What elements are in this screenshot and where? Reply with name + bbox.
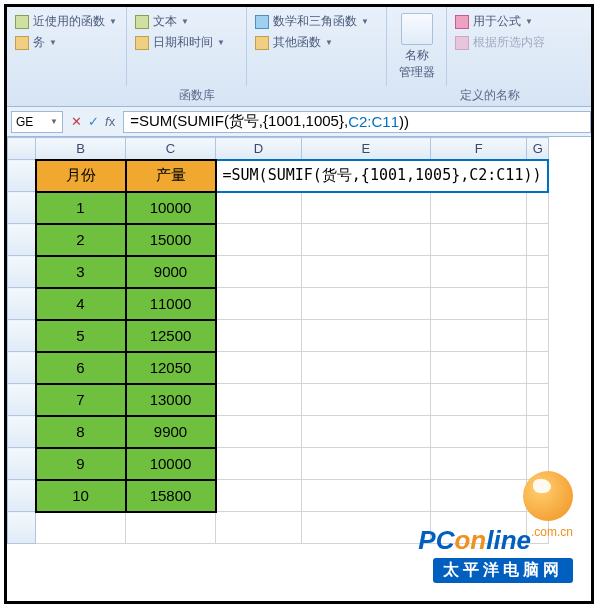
cell-E5[interactable] bbox=[301, 288, 430, 320]
cell-G2[interactable] bbox=[527, 192, 549, 224]
cell-C1[interactable]: 产量 bbox=[126, 160, 216, 192]
cell-F3[interactable] bbox=[430, 224, 527, 256]
cell-F7[interactable] bbox=[430, 352, 527, 384]
cell-B2[interactable]: 1 bbox=[36, 192, 126, 224]
cell-F6[interactable] bbox=[430, 320, 527, 352]
row-header-3[interactable] bbox=[8, 224, 36, 256]
insert-function-button[interactable]: fx bbox=[105, 114, 115, 129]
cell-F4[interactable] bbox=[430, 256, 527, 288]
row-header-2[interactable] bbox=[8, 192, 36, 224]
row-header-8[interactable] bbox=[8, 384, 36, 416]
cell-F5[interactable] bbox=[430, 288, 527, 320]
select-all-corner[interactable] bbox=[8, 138, 36, 160]
formula-bar[interactable]: =SUM(SUMIF(货号,{1001,1005},C2:C11)) bbox=[123, 111, 591, 133]
cell-E6[interactable] bbox=[301, 320, 430, 352]
ribbon-item-2[interactable]: 务▼ bbox=[15, 32, 118, 53]
cell-F2[interactable] bbox=[430, 192, 527, 224]
ribbon-create-from-selection[interactable]: 根据所选内容 bbox=[455, 32, 589, 53]
cell-C11[interactable]: 15800 bbox=[126, 480, 216, 512]
cell-D10[interactable] bbox=[216, 448, 302, 480]
cell-D4[interactable] bbox=[216, 256, 302, 288]
cell-C5[interactable]: 11000 bbox=[126, 288, 216, 320]
cell-C3[interactable]: 15000 bbox=[126, 224, 216, 256]
cell-B1[interactable]: 月份 bbox=[36, 160, 126, 192]
cell-B9[interactable]: 8 bbox=[36, 416, 126, 448]
cell-B5[interactable]: 4 bbox=[36, 288, 126, 320]
row-header-10[interactable] bbox=[8, 448, 36, 480]
column-header-F[interactable]: F bbox=[430, 138, 527, 160]
cell-E3[interactable] bbox=[301, 224, 430, 256]
cell-G5[interactable] bbox=[527, 288, 549, 320]
cell-D3[interactable] bbox=[216, 224, 302, 256]
chevron-down-icon[interactable]: ▼ bbox=[50, 117, 58, 126]
cell-E7[interactable] bbox=[301, 352, 430, 384]
name-manager-button[interactable] bbox=[401, 13, 433, 45]
cell-C8[interactable]: 13000 bbox=[126, 384, 216, 416]
cell-B4[interactable]: 3 bbox=[36, 256, 126, 288]
row-header-4[interactable] bbox=[8, 256, 36, 288]
cell-D1-active[interactable]: =SUM(SUMIF(货号,{1001,1005},C2:C11)) bbox=[216, 160, 549, 192]
cell-G6[interactable] bbox=[527, 320, 549, 352]
cell-D6[interactable] bbox=[216, 320, 302, 352]
globe-icon bbox=[523, 471, 573, 521]
cell-E10[interactable] bbox=[301, 448, 430, 480]
name-box[interactable]: GE▼ bbox=[11, 111, 63, 133]
cell-C2[interactable]: 10000 bbox=[126, 192, 216, 224]
ribbon: 近使用的函数▼ 务▼ 文本▼ 日期和时间▼ 数学和三角函数▼ 其他函数▼ 名称管… bbox=[7, 7, 591, 107]
cell-E11[interactable] bbox=[301, 480, 430, 512]
watermark-logo: PConline.com.cn 太平洋电脑网 bbox=[418, 471, 573, 583]
row-header-12[interactable] bbox=[8, 512, 36, 544]
cell-E2[interactable] bbox=[301, 192, 430, 224]
cancel-formula-button[interactable]: ✕ bbox=[71, 114, 82, 129]
cube-icon bbox=[15, 36, 29, 50]
cell-D8[interactable] bbox=[216, 384, 302, 416]
cell-G9[interactable] bbox=[527, 416, 549, 448]
ribbon-recent-functions[interactable]: 近使用的函数▼ bbox=[15, 11, 118, 32]
ribbon-use-in-formula[interactable]: 用于公式▼ bbox=[455, 11, 589, 32]
row-header-1[interactable] bbox=[8, 160, 36, 192]
cell-D2[interactable] bbox=[216, 192, 302, 224]
column-header-C[interactable]: C bbox=[126, 138, 216, 160]
cell-G7[interactable] bbox=[527, 352, 549, 384]
cell-D9[interactable] bbox=[216, 416, 302, 448]
row-header-5[interactable] bbox=[8, 288, 36, 320]
chevron-down-icon: ▼ bbox=[49, 38, 57, 47]
cell-F8[interactable] bbox=[430, 384, 527, 416]
column-header-E[interactable]: E bbox=[301, 138, 430, 160]
cell-F9[interactable] bbox=[430, 416, 527, 448]
cell-C7[interactable]: 12050 bbox=[126, 352, 216, 384]
cell-C6[interactable]: 12500 bbox=[126, 320, 216, 352]
row-header-11[interactable] bbox=[8, 480, 36, 512]
chevron-down-icon: ▼ bbox=[109, 17, 117, 26]
cell-B6[interactable]: 5 bbox=[36, 320, 126, 352]
cell-D5[interactable] bbox=[216, 288, 302, 320]
cell-C4[interactable]: 9000 bbox=[126, 256, 216, 288]
cell-B7[interactable]: 6 bbox=[36, 352, 126, 384]
accept-formula-button[interactable]: ✓ bbox=[88, 114, 99, 129]
row-header-7[interactable] bbox=[8, 352, 36, 384]
cell-B10[interactable]: 9 bbox=[36, 448, 126, 480]
cell-G4[interactable] bbox=[527, 256, 549, 288]
column-header-G[interactable]: G bbox=[527, 138, 549, 160]
cell-G3[interactable] bbox=[527, 224, 549, 256]
ribbon-date-time-functions[interactable]: 日期和时间▼ bbox=[135, 32, 238, 53]
column-header-D[interactable]: D bbox=[216, 138, 302, 160]
cell-B8[interactable]: 7 bbox=[36, 384, 126, 416]
cell-E8[interactable] bbox=[301, 384, 430, 416]
cell-B11[interactable]: 10 bbox=[36, 480, 126, 512]
cell-B3[interactable]: 2 bbox=[36, 224, 126, 256]
row-header-9[interactable] bbox=[8, 416, 36, 448]
cell-C10[interactable]: 10000 bbox=[126, 448, 216, 480]
sigma-icon bbox=[15, 15, 29, 29]
cell-E4[interactable] bbox=[301, 256, 430, 288]
cell-C9[interactable]: 9900 bbox=[126, 416, 216, 448]
cell-E9[interactable] bbox=[301, 416, 430, 448]
column-header-B[interactable]: B bbox=[36, 138, 126, 160]
cell-D11[interactable] bbox=[216, 480, 302, 512]
ribbon-math-trig-functions[interactable]: 数学和三角函数▼ bbox=[255, 11, 378, 32]
ribbon-more-functions[interactable]: 其他函数▼ bbox=[255, 32, 378, 53]
ribbon-text-functions[interactable]: 文本▼ bbox=[135, 11, 238, 32]
cell-D7[interactable] bbox=[216, 352, 302, 384]
row-header-6[interactable] bbox=[8, 320, 36, 352]
cell-G8[interactable] bbox=[527, 384, 549, 416]
